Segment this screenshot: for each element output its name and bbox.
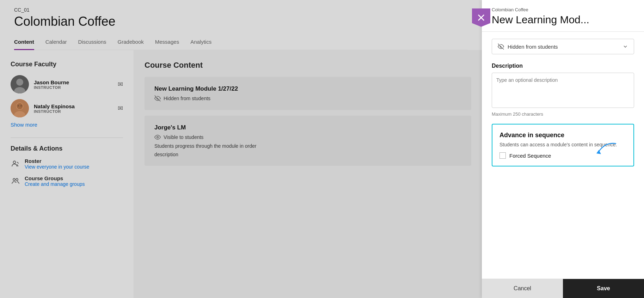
groups-link[interactable]: Create and manage groups [25,181,85,187]
panel-footer: Cancel Save [482,279,644,298]
right-panel: Colombian Coffee New Learning Mod... Hid… [482,0,644,298]
faculty-list: Jason Bourne INSTRUCTOR ✉ [11,75,123,117]
module-status-text-0: Hidden from students [164,96,210,101]
avatar-jason [11,75,29,93]
faculty-info-jason: Jason Bourne INSTRUCTOR [34,79,113,90]
svg-point-6 [17,103,23,109]
faculty-info-nataly: Nataly Espinosa INSTRUCTOR [34,103,113,114]
faculty-name-nataly: Nataly Espinosa [34,103,113,109]
roster-icon [11,159,20,169]
module-status-1: Visible to students [154,134,461,140]
svg-point-10 [13,178,15,181]
sidebar-divider [11,138,123,138]
action-text-roster: Roster View everyone in your course [25,158,89,170]
left-panel: CC_01 Colombian Coffee Content Calendar … [0,0,482,298]
svg-point-9 [13,161,16,164]
panel-course-name: Colombian Coffee [492,7,634,12]
action-text-groups: Course Groups Create and manage groups [25,175,85,187]
faculty-role-nataly: INSTRUCTOR [34,109,113,114]
svg-point-11 [16,178,18,181]
sequence-checkbox-row: Forced Sequence [499,152,626,159]
close-button[interactable] [472,8,490,27]
faculty-name-jason: Jason Bourne [34,79,113,85]
action-roster: Roster View everyone in your course [11,158,123,170]
forced-sequence-label: Forced Sequence [509,153,551,159]
content-section-title: Course Content [145,61,471,70]
module-status-0: Hidden from students [154,95,461,102]
tab-content[interactable]: Content [14,35,34,50]
tab-discussions[interactable]: Discussions [78,35,106,50]
forced-sequence-checkbox[interactable] [499,152,506,159]
tab-messages[interactable]: Messages [155,35,179,50]
svg-point-7 [18,105,19,107]
tab-gradebook[interactable]: Gradebook [118,35,144,50]
dropdown-chevron-icon [622,44,628,49]
roster-link[interactable]: View everyone in your course [25,164,89,170]
visibility-left: Hidden from students [498,43,558,50]
svg-point-1 [16,79,23,86]
module-card-0[interactable]: New Learning Module 1/27/22 Hidden from … [145,77,471,110]
svg-marker-17 [596,150,601,154]
panel-body: Hidden from students Description Maximum… [482,32,644,279]
tab-analytics[interactable]: Analytics [190,35,211,50]
groups-label: Course Groups [25,175,85,181]
sequence-title: Advance in sequence [499,132,626,139]
description-hint: Maximum 250 characters [492,111,634,117]
module-card-1[interactable]: Jorge's LM Visible to students Students … [145,116,471,166]
faculty-section-title: Course Faculty [11,61,123,68]
sequence-box: Advance in sequence Students can access … [492,124,634,166]
roster-label: Roster [25,158,89,164]
description-label: Description [492,63,634,69]
show-more-link[interactable]: Show more [11,122,123,128]
cancel-button[interactable]: Cancel [482,279,563,298]
module-title-0: New Learning Module 1/27/22 [154,85,461,92]
visibility-label: Hidden from students [508,44,558,50]
course-header: CC_01 Colombian Coffee Content Calendar … [0,0,482,50]
main-content: Course Faculty Jason Bourne INSTRUCTOR [0,50,482,298]
panel-title: New Learning Mod... [492,14,634,26]
arrow-annotation [591,140,619,158]
module-title-1: Jorge's LM [154,124,461,131]
faculty-role-jason: INSTRUCTOR [34,85,113,90]
svg-point-13 [157,136,159,138]
visibility-hidden-icon [498,43,504,50]
hidden-icon-0 [154,95,161,102]
sidebar: Course Faculty Jason Bourne INSTRUCTOR [0,50,134,298]
tab-calendar[interactable]: Calendar [45,35,67,50]
action-groups: Course Groups Create and manage groups [11,175,123,187]
description-textarea[interactable] [492,73,634,108]
avatar-nataly [11,99,29,117]
faculty-item-jason: Jason Bourne INSTRUCTOR ✉ [11,75,123,93]
course-code: CC_01 [14,7,468,13]
module-extra-1: description [154,152,461,157]
course-title: Colombian Coffee [14,14,468,29]
faculty-item-nataly: Nataly Espinosa INSTRUCTOR ✉ [11,99,123,117]
mail-icon-nataly[interactable]: ✉ [118,104,123,112]
panel-header: Colombian Coffee New Learning Mod... [482,0,644,32]
module-status-text-1: Visible to students [164,134,203,140]
mail-icon-jason[interactable]: ✉ [118,80,123,88]
nav-tabs: Content Calendar Discussions Gradebook M… [14,35,468,50]
visibility-dropdown[interactable]: Hidden from students [492,39,634,54]
groups-icon [11,176,20,186]
module-description-1: Students progress through the module in … [154,143,461,149]
visible-icon-1 [154,134,161,140]
svg-point-8 [21,105,22,107]
save-button[interactable]: Save [563,279,644,298]
details-title: Details & Actions [11,145,123,152]
course-content-area: Course Content New Learning Module 1/27/… [134,50,482,298]
